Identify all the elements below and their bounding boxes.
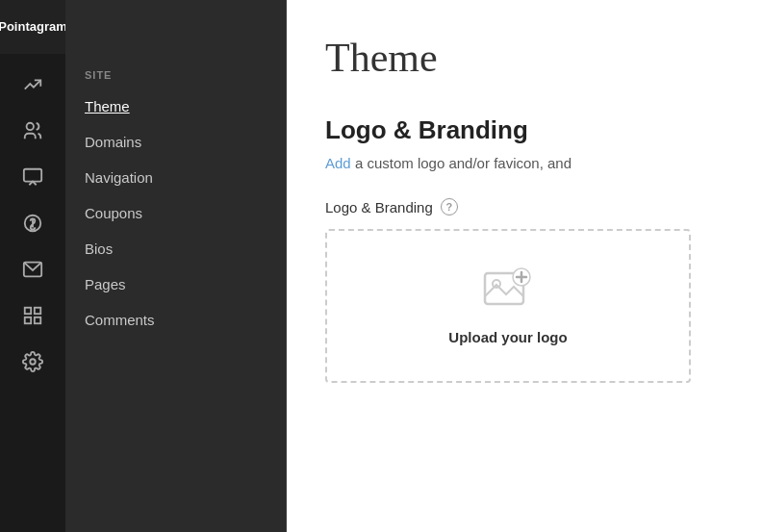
svg-rect-1 xyxy=(24,169,41,182)
users-icon[interactable] xyxy=(12,110,54,152)
page-title: Theme xyxy=(325,35,724,81)
mail-icon[interactable] xyxy=(12,248,54,291)
upload-box[interactable]: Upload your logo xyxy=(325,229,691,383)
logo-branding-label: Logo & Branding xyxy=(325,199,433,215)
svg-rect-6 xyxy=(25,317,31,323)
section-desc-text: a custom logo and/or favicon, and xyxy=(355,155,572,171)
svg-rect-4 xyxy=(25,308,31,314)
settings-icon[interactable] xyxy=(12,341,54,383)
sidebar: SITE Theme Domains Navigation Coupons Bi… xyxy=(65,0,287,532)
coin-icon[interactable] xyxy=(12,202,54,244)
svg-point-0 xyxy=(27,123,34,130)
section-label-row: Logo & Branding ? xyxy=(325,198,724,215)
svg-rect-7 xyxy=(35,317,40,323)
svg-rect-5 xyxy=(35,308,40,314)
upload-image-icon xyxy=(483,267,533,317)
icon-rail: Pointagram xyxy=(0,0,65,532)
upload-label: Upload your logo xyxy=(448,329,567,345)
sidebar-item-comments[interactable]: Comments xyxy=(65,302,286,338)
sidebar-item-pages[interactable]: Pages xyxy=(65,266,286,302)
layout-icon[interactable] xyxy=(12,156,54,198)
sidebar-item-navigation[interactable]: Navigation xyxy=(65,160,286,195)
section-heading: Logo & Branding xyxy=(325,115,724,145)
analytics-icon[interactable] xyxy=(12,63,54,106)
icon-rail-items xyxy=(0,54,65,383)
section-desc-link[interactable]: Add xyxy=(325,155,351,171)
sidebar-item-coupons[interactable]: Coupons xyxy=(65,195,286,231)
brand-name: Pointagram xyxy=(0,19,67,35)
svg-point-8 xyxy=(30,359,36,365)
help-icon[interactable]: ? xyxy=(441,198,458,215)
sidebar-item-theme[interactable]: Theme xyxy=(65,89,286,124)
sidebar-item-domains[interactable]: Domains xyxy=(65,124,286,160)
grid-icon[interactable] xyxy=(12,294,54,337)
site-section-label: SITE xyxy=(65,54,286,89)
main-content: Theme Logo & Branding Add a custom logo … xyxy=(287,0,762,532)
section-desc: Add a custom logo and/or favicon, and xyxy=(325,155,724,171)
sidebar-item-bios[interactable]: Bios xyxy=(65,231,286,266)
brand-logo[interactable]: Pointagram xyxy=(0,0,65,54)
